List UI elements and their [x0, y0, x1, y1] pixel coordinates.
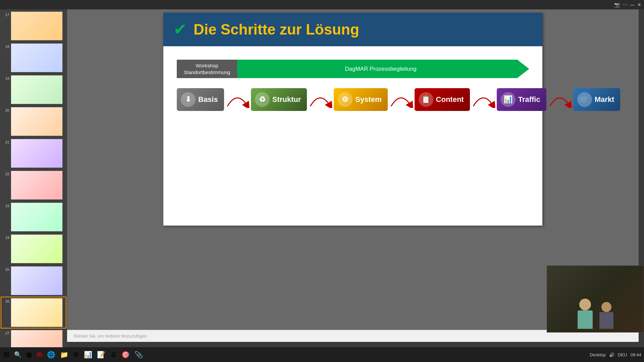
window-controls[interactable]: 📷 ⋯ — ✕	[614, 2, 641, 7]
close-icon[interactable]: ✕	[637, 2, 641, 7]
slide-img-20	[11, 107, 63, 136]
arc-arrow-5	[546, 91, 573, 108]
arc-arrow-1	[224, 91, 251, 108]
person-left	[578, 299, 593, 329]
slide-img-19	[11, 75, 63, 104]
language-indicator: DEU	[618, 352, 627, 357]
arc-arrow-2	[307, 91, 334, 108]
word-icon[interactable]: 📝	[95, 348, 107, 361]
slide-num-21: 21	[2, 139, 9, 144]
slide-thumb-24[interactable]: 24	[1, 234, 66, 264]
slide-thumb-17[interactable]: 17	[1, 11, 66, 41]
process-steps: ⬇ Basis	[177, 88, 529, 111]
slide-thumb-23[interactable]: 23	[1, 202, 66, 232]
slide-num-24: 24	[2, 234, 9, 240]
struktur-icon: ♻	[255, 92, 270, 107]
step-basis[interactable]: ⬇ Basis	[177, 88, 224, 111]
arc-arrow-3	[388, 91, 415, 108]
slide-thumb-20[interactable]: 20	[1, 106, 66, 137]
slide-num-26: 26	[2, 298, 9, 303]
minimize-icon[interactable]: —	[630, 2, 635, 7]
person-right	[599, 302, 613, 329]
slide-img-25	[11, 266, 63, 295]
powerpoint-icon[interactable]: 🎯	[119, 348, 132, 361]
explorer-icon[interactable]: 📁	[58, 348, 70, 361]
slide-img-23	[11, 202, 63, 232]
slide-thumb-27[interactable]: 27	[1, 329, 66, 347]
slide-img-26	[11, 298, 63, 327]
arc-arrow-4	[470, 91, 497, 108]
system-icon: ⚙	[338, 92, 353, 107]
taskbar-right: Desktop 🔊 DEU 09:44	[590, 352, 641, 357]
slide-num-20: 20	[2, 107, 9, 112]
slide-num-27: 27	[2, 330, 9, 335]
markt-icon: 🛒	[577, 92, 592, 107]
workshop-box: WorkshopStandortbestimmung	[177, 60, 237, 78]
slide-num-19: 19	[2, 75, 9, 80]
struktur-label: Struktur	[272, 95, 301, 104]
slide-img-21	[11, 139, 63, 168]
slide-num-18: 18	[2, 43, 9, 49]
slide-img-18	[11, 43, 63, 72]
more-options-icon[interactable]: ⋯	[623, 2, 627, 7]
markt-label: Markt	[595, 95, 614, 104]
slide-thumb-22[interactable]: 22	[1, 170, 66, 200]
step-struktur[interactable]: ♻ Struktur	[251, 88, 307, 111]
taskbar-show-desktop[interactable]: Desktop	[590, 352, 606, 357]
slide-num-25: 25	[2, 266, 9, 272]
taskbar: ⊞ 🔍 ▦ ✉ 🌐 📁 ⚙ 📊 📝 🖥 🎯 📎 Desktop 🔊 DEU 09…	[0, 347, 644, 362]
slide-img-22	[11, 171, 63, 200]
settings-icon[interactable]: ⚙	[71, 348, 81, 361]
clock: 09:44	[630, 352, 641, 357]
webcam-content	[547, 266, 644, 332]
step-traffic[interactable]: 📊 Traffic	[497, 88, 546, 111]
slide-title: Die Schritte zur Lösung	[194, 21, 359, 38]
checkmark-icon: ✔	[173, 21, 187, 38]
arrow-banner: WorkshopStandortbestimmung DagMAR Prozes…	[177, 60, 529, 78]
search-button[interactable]: 🔍	[12, 348, 23, 361]
slide-img-17	[11, 11, 63, 41]
excel-icon[interactable]: 📊	[82, 348, 94, 361]
teams-icon[interactable]: 🖥	[108, 348, 119, 361]
slide-thumb-19[interactable]: 19	[1, 74, 66, 105]
slide-num-22: 22	[2, 171, 9, 176]
webcam-overlay	[547, 265, 644, 333]
slide-thumb-21[interactable]: 21	[1, 138, 66, 169]
basis-label: Basis	[198, 95, 218, 104]
slide-thumb-18[interactable]: 18	[1, 43, 66, 73]
slide-container[interactable]: ✔ Die Schritte zur Lösung WorkshopStando…	[163, 13, 542, 226]
skype-icon[interactable]: 📎	[132, 348, 145, 361]
camera-icon[interactable]: 📷	[614, 2, 620, 7]
slide-thumb-25[interactable]: 25	[1, 265, 66, 296]
slide-num-17: 17	[2, 11, 9, 17]
webcam-persons	[578, 299, 613, 332]
workshop-label: WorkshopStandortbestimmung	[184, 62, 230, 75]
browser-icon[interactable]: 🌐	[45, 348, 57, 361]
main-layout: 17 18 19 20 21 22 23 24	[0, 9, 644, 347]
traffic-icon: 📊	[501, 92, 516, 107]
taskview-button[interactable]: ▦	[24, 348, 34, 361]
slide-num-23: 23	[2, 202, 9, 208]
start-button[interactable]: ⊞	[1, 348, 11, 361]
person-body-left	[578, 310, 593, 329]
traffic-label: Traffic	[518, 95, 540, 104]
person-head-left	[579, 299, 591, 310]
notes-placeholder: Klicken Sie, um Notizen hinzuzufügen	[74, 334, 147, 339]
mail-icon[interactable]: ✉	[35, 348, 44, 361]
slide-body: WorkshopStandortbestimmung DagMAR Prozes…	[163, 46, 542, 118]
system-label: System	[355, 95, 381, 104]
slide-img-27	[11, 330, 63, 347]
content-label: Content	[436, 95, 464, 104]
slide-img-24	[11, 234, 63, 263]
volume-icon[interactable]: 🔊	[609, 352, 614, 357]
slide-thumb-26[interactable]: 26	[1, 297, 66, 328]
slide-header: ✔ Die Schritte zur Lösung	[163, 13, 542, 46]
person-body-right	[599, 312, 613, 329]
step-content[interactable]: 📋 Content	[415, 88, 470, 111]
step-system[interactable]: ⚙ System	[334, 88, 387, 111]
dagmar-arrow: DagMAR Prozessbegleitung	[237, 60, 518, 78]
h-scrollbar[interactable]	[67, 342, 639, 347]
step-markt[interactable]: 🛒 Markt	[573, 88, 621, 111]
title-bar: 📷 ⋯ — ✕	[0, 0, 644, 9]
person-head-right	[601, 302, 611, 312]
